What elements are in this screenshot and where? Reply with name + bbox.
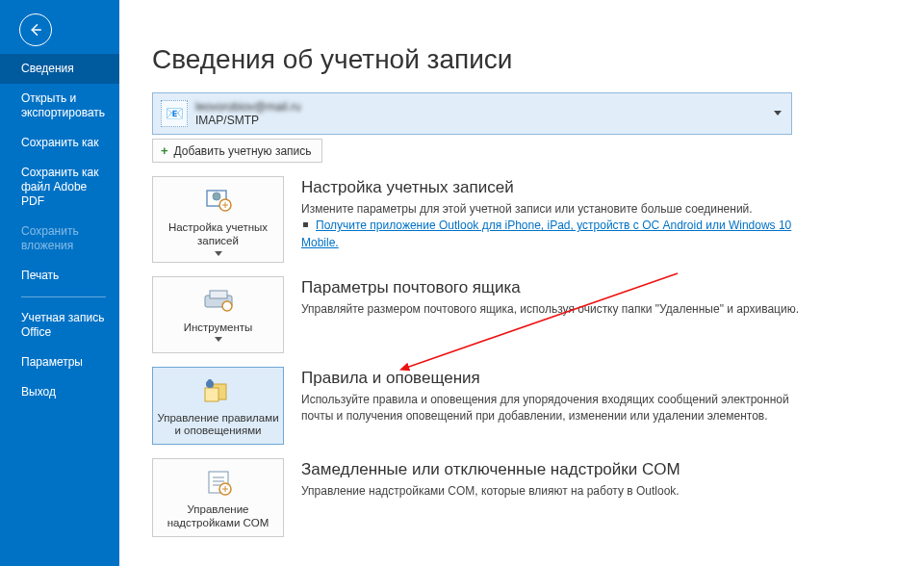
account-email: leovorobiov@mail.ru [195,100,301,114]
chevron-down-icon [215,337,222,342]
tile-label: Управление правилами и оповещениями [157,412,279,439]
section-text: Настройка учетных записейИзмените параме… [301,176,802,263]
section-title: Настройка учетных записей [301,178,802,197]
tile-icon [199,287,238,316]
sidebar-item[interactable]: Сохранить как [0,128,119,158]
chevron-down-icon [774,111,782,116]
section-description: Управление надстройками COM, которые вли… [301,483,802,500]
sidebar-item[interactable]: Сведения [0,54,119,84]
section-description: Измените параметры для этой учетной запи… [301,201,802,218]
backstage-sidebar: СведенияОткрыть и экспортироватьСохранит… [0,0,119,566]
sidebar-separator [21,296,106,297]
bullet-icon [303,222,308,227]
chevron-down-icon [215,251,222,256]
sidebar-item: Сохранить вложения [0,217,119,261]
sidebar-item[interactable]: Сохранить как файл Adobe PDF [0,158,119,217]
account-protocol: IMAP/SMTP [195,114,301,127]
tile-label: Управление надстройками COM [157,503,279,530]
section: Настройка учетных записейНастройка учетн… [152,176,893,263]
tile-label: Инструменты [184,322,253,335]
plus-icon: + [161,143,168,158]
section-title: Правила и оповещения [301,369,802,388]
sidebar-item[interactable]: Учетная запись Office [0,303,119,347]
page-title: Сведения об учетной записи [152,44,893,75]
section-title: Параметры почтового ящика [301,278,802,297]
add-account-label: Добавить учетную запись [174,144,312,158]
svg-rect-7 [205,388,218,401]
sidebar-item[interactable]: Параметры [0,347,119,377]
app-download-link[interactable]: Получите приложение Outlook для iPhone, … [301,219,791,248]
tile-icon [199,377,238,406]
section-description: Используйте правила и оповещения для упо… [301,392,802,425]
section-text: Параметры почтового ящикаУправляйте разм… [301,276,802,353]
section-title: Замедленные или отключенные надстройки C… [301,460,802,479]
section: ИнструментыПараметры почтового ящикаУпра… [152,276,893,353]
mailbox-icon: 📧 [161,100,188,127]
sidebar-item[interactable]: Печать [0,261,119,291]
main-content: Сведения об учетной записи 📧 leovorobiov… [119,0,924,566]
section-tile[interactable]: Управление надстройками COM [152,458,284,537]
add-account-button[interactable]: + Добавить учетную запись [152,139,322,163]
sidebar-item[interactable]: Выход [0,377,119,407]
tile-label: Настройка учетных записей [157,221,279,248]
section: Управление надстройками COMЗамедленные и… [152,458,893,537]
svg-rect-9 [208,379,211,382]
sidebar-item[interactable]: Открыть и экспортировать [0,84,119,128]
svg-point-5 [222,301,232,311]
section-text: Замедленные или отключенные надстройки C… [301,458,802,537]
section-description: Управляйте размером почтового ящика, исп… [301,301,802,318]
section-tile[interactable]: Настройка учетных записей [152,176,284,263]
section-tile[interactable]: Управление правилами и оповещениями [152,367,284,446]
tile-icon [199,469,238,498]
svg-rect-4 [210,291,227,298]
svg-point-1 [213,193,220,200]
account-selector[interactable]: 📧 leovorobiov@mail.ru IMAP/SMTP [152,92,792,135]
back-button[interactable] [19,13,52,46]
section-text: Правила и оповещенияИспользуйте правила … [301,367,802,446]
arrow-left-icon [27,21,44,39]
tile-icon [199,187,238,216]
section: Управление правилами и оповещениямиПрави… [152,367,893,446]
section-tile[interactable]: Инструменты [152,276,284,353]
